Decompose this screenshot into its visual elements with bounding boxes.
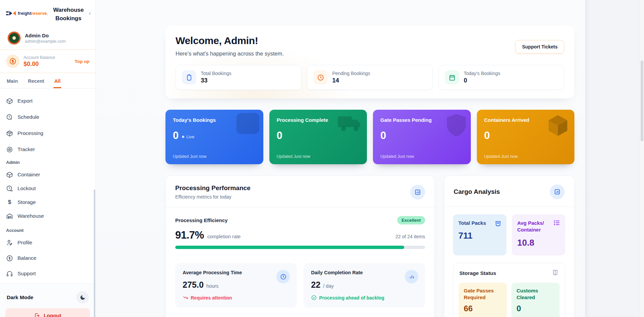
support-tickets-button[interactable]: Support Tickets bbox=[515, 40, 564, 54]
sidebar-item-export[interactable]: Export bbox=[6, 95, 89, 107]
stat-value: 0 bbox=[464, 77, 500, 84]
calendar-icon bbox=[445, 70, 459, 84]
metric-average-processing-time: Average Processing Time 275.0 hours Requ… bbox=[175, 263, 297, 308]
user-name: Admin Do bbox=[25, 33, 66, 38]
sidebar-nav: Export Schedule Processing Tracker Admin… bbox=[0, 89, 96, 283]
sidebar-item-profile[interactable]: Profile bbox=[6, 237, 89, 248]
sidebar-item-storage[interactable]: $ Storage bbox=[6, 197, 89, 208]
stat-value: 14 bbox=[332, 77, 370, 84]
sidebar: freightreserve. Warehouse Bookings ‹ Adm… bbox=[0, 0, 96, 317]
sidebar-item-label: Tracker bbox=[17, 146, 35, 152]
clock-icon bbox=[313, 70, 328, 84]
page-scrollbar-thumb[interactable] bbox=[641, 61, 643, 141]
status-card-title: Gate Passes Pending bbox=[380, 117, 463, 123]
clock-icon bbox=[276, 270, 290, 283]
card-todays-bookings[interactable]: Today's Bookings 0Live Updated Just now bbox=[165, 110, 263, 164]
storage-box-value: 66 bbox=[464, 304, 502, 313]
target-icon bbox=[6, 146, 13, 153]
app-title: Warehouse Bookings bbox=[51, 6, 85, 23]
dark-mode-toggle[interactable] bbox=[76, 291, 89, 304]
status-card-title: Processing Complete bbox=[277, 117, 360, 123]
tab-recent[interactable]: Recent bbox=[27, 74, 45, 88]
sidebar-item-balance[interactable]: Balance bbox=[6, 252, 89, 264]
cube-icon bbox=[6, 171, 13, 178]
stat-todays-bookings: Today's Bookings 0 bbox=[439, 65, 564, 90]
logout-button[interactable]: Logout bbox=[5, 308, 90, 317]
sidebar-item-warehouse[interactable]: Warehouse bbox=[6, 210, 89, 222]
sidebar-item-schedule[interactable]: Schedule bbox=[6, 111, 89, 123]
bar-chart-icon[interactable] bbox=[550, 184, 565, 199]
card-containers-arrived[interactable]: Containers Arrived 0 Updated Just now bbox=[477, 110, 575, 164]
status-card-updated: Updated Just now bbox=[380, 154, 414, 159]
clock-pause-icon bbox=[6, 185, 13, 192]
logo-wordmark: freightreserve. bbox=[18, 11, 48, 16]
user-email: admin@example.com bbox=[25, 39, 66, 44]
admin-section-label: Admin bbox=[6, 160, 89, 165]
metric-label: Average Processing Time bbox=[183, 270, 289, 275]
efficiency-label: Processing Efficiency bbox=[175, 217, 228, 223]
top-up-button[interactable]: Top up bbox=[75, 59, 89, 64]
cargo-stat-value: 711 bbox=[458, 231, 501, 241]
storage-status-card: Storage Status Gate Passes Required 66 bbox=[453, 263, 565, 317]
storage-box-label: Customs Cleared bbox=[517, 287, 555, 301]
metric-status: Requires attention bbox=[191, 295, 232, 301]
tab-main[interactable]: Main bbox=[6, 74, 18, 88]
status-card-value: 0 bbox=[380, 130, 386, 141]
stat-pending-bookings: Pending Bookings 14 bbox=[307, 65, 433, 90]
package-icon bbox=[6, 130, 13, 137]
check-circle-icon bbox=[311, 295, 317, 301]
status-card-value: 0 bbox=[484, 130, 490, 141]
panel-subtitle: Efficiency metrics for today bbox=[175, 194, 251, 200]
panel-title: Cargo Analysis bbox=[454, 188, 500, 196]
clipboard-icon bbox=[182, 70, 196, 84]
cargo-analysis-panel: Cargo Analysis Total Packs 711 bbox=[444, 175, 574, 317]
sidebar-scrollbar[interactable] bbox=[94, 189, 95, 317]
sidebar-item-label: Schedule bbox=[17, 114, 39, 120]
panel-title: Processing Performance bbox=[175, 184, 251, 192]
storage-box-gate-passes: Gate Passes Required 66 bbox=[459, 283, 507, 317]
card-gate-passes-pending[interactable]: Gate Passes Pending 0 Updated Just now bbox=[373, 110, 471, 164]
stat-value: 33 bbox=[201, 77, 231, 84]
sidebar-item-lockout[interactable]: Lockout bbox=[6, 183, 89, 194]
progress-bar bbox=[175, 246, 425, 249]
card-processing-complete[interactable]: Processing Complete 0 Updated Just now bbox=[269, 110, 367, 164]
account-balance-value: $0.00 bbox=[24, 61, 55, 68]
tab-all[interactable]: All bbox=[53, 74, 61, 88]
cargo-stat-label: Avg Packs/ Container bbox=[517, 220, 549, 234]
stat-label: Total Bookings bbox=[201, 71, 231, 76]
storage-box-customs-cleared: Customs Cleared 0 bbox=[512, 283, 560, 317]
metric-unit: hours bbox=[206, 283, 219, 289]
completion-rate-value: 91.7% bbox=[175, 230, 204, 240]
sidebar-item-container[interactable]: Container bbox=[6, 169, 89, 180]
sidebar-item-label: Storage bbox=[17, 199, 36, 205]
status-card-updated: Updated Just now bbox=[277, 154, 310, 159]
processing-performance-panel: Processing Performance Efficiency metric… bbox=[165, 175, 435, 317]
sidebar-item-label: Export bbox=[17, 98, 33, 104]
page-scrollbar[interactable] bbox=[640, 0, 644, 317]
trending-down-icon bbox=[183, 295, 188, 301]
sidebar-item-label: Warehouse bbox=[17, 213, 44, 219]
metric-value: 22 bbox=[311, 280, 320, 290]
list-icon bbox=[553, 219, 561, 228]
package-icon bbox=[6, 98, 13, 105]
status-card-updated: Updated Just now bbox=[484, 154, 518, 159]
metric-label: Daily Completion Rate bbox=[311, 270, 418, 275]
sidebar-item-processing[interactable]: Processing bbox=[6, 128, 89, 139]
warehouse-icon bbox=[6, 213, 13, 220]
main-content: Welcome, Admin! Here's what's happening … bbox=[96, 0, 644, 317]
live-indicator: Live bbox=[182, 134, 194, 139]
sidebar-item-label: Support bbox=[17, 271, 36, 277]
status-card-value: 0 bbox=[173, 130, 179, 141]
user-profile[interactable]: Admin Do admin@example.com bbox=[4, 28, 91, 49]
account-balance-label: Account Balance bbox=[24, 55, 55, 60]
sidebar-item-tracker[interactable]: Tracker bbox=[6, 144, 89, 155]
storage-status-title: Storage Status bbox=[459, 270, 496, 276]
storage-box-label: Gate Passes Required bbox=[464, 287, 502, 301]
sidebar-footer: Dark Mode Logout bbox=[0, 283, 96, 317]
sidebar-collapse-button[interactable]: ‹ bbox=[89, 10, 91, 16]
progress-fill bbox=[175, 246, 404, 249]
book-open-icon bbox=[552, 269, 559, 278]
sidebar-item-label: Balance bbox=[17, 255, 36, 261]
sidebar-item-support[interactable]: Support bbox=[6, 268, 89, 279]
bar-chart-icon[interactable] bbox=[410, 185, 425, 200]
